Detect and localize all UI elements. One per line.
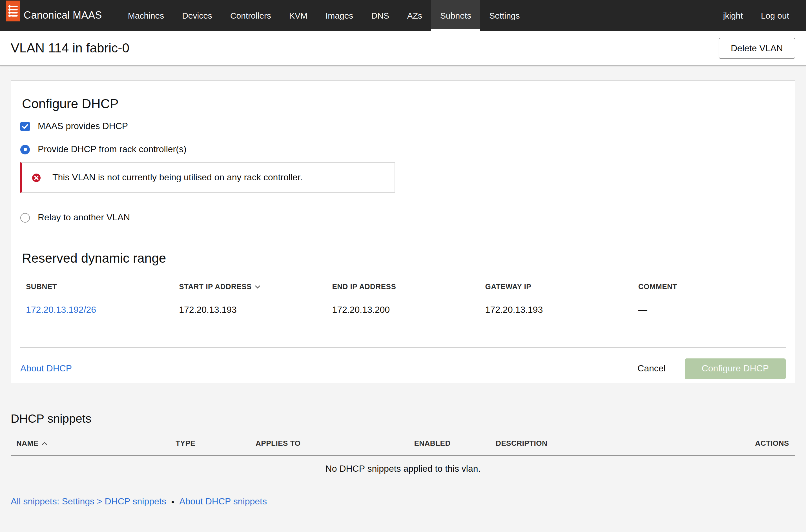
chevron-down-icon	[255, 285, 261, 288]
nav-item-dns[interactable]: DNS	[362, 0, 398, 31]
error-icon	[32, 173, 41, 182]
configure-dhcp-heading: Configure DHCP	[22, 81, 786, 112]
snippets-empty-row: No DHCP snippets applied to this vlan.	[11, 456, 795, 480]
nav-item-settings[interactable]: Settings	[480, 0, 529, 31]
snippets-empty-message: No DHCP snippets applied to this vlan.	[11, 456, 795, 480]
vlan-error-message: This VLAN is not currently being utilise…	[53, 172, 303, 183]
rack-controller-radio[interactable]	[20, 145, 30, 154]
col-type[interactable]: TYPE	[170, 432, 250, 456]
cell-subnet: 172.20.13.192/26	[20, 299, 173, 347]
dhcp-snippets-table: NAME TYPE APPLIES TO ENABLED DESCRIPTION…	[11, 432, 795, 480]
maas-app: Canonical MAAS Machines Devices Controll…	[0, 0, 806, 532]
col-name[interactable]: NAME	[11, 432, 170, 456]
page-title: VLAN 114 in fabric-0	[11, 41, 129, 56]
nav-item-machines[interactable]: Machines	[119, 0, 173, 31]
brand[interactable]: Canonical MAAS	[6, 0, 102, 31]
relay-option-row[interactable]: Relay to another VLAN	[20, 212, 786, 223]
nav-item-azs[interactable]: AZs	[398, 0, 431, 31]
relay-radio[interactable]	[20, 213, 30, 222]
brand-name: Canonical MAAS	[24, 10, 102, 21]
configure-dhcp-card: Configure DHCP MAAS provides DHCP Provid…	[11, 80, 795, 383]
about-dhcp-link[interactable]: About DHCP	[20, 363, 72, 374]
cancel-button[interactable]: Cancel	[634, 363, 669, 374]
chevron-up-icon	[42, 442, 47, 445]
list-glyph	[6, 1, 20, 21]
nav-user-area: jkight Log out	[714, 0, 798, 31]
delete-vlan-button[interactable]: Delete VLAN	[718, 38, 795, 59]
checkmark-icon	[22, 124, 28, 129]
range-table-header-row: SUBNET START IP ADDRESS END IP ADDRESS G…	[20, 275, 786, 299]
nav-user[interactable]: jkight	[714, 0, 752, 31]
cell-start-ip: 172.20.13.193	[173, 299, 326, 347]
bullet-separator: •	[171, 497, 174, 506]
col-applies-to[interactable]: APPLIES TO	[250, 432, 408, 456]
col-subnet[interactable]: SUBNET	[20, 275, 173, 299]
maas-provides-dhcp-checkbox[interactable]	[20, 121, 30, 131]
reserved-range-table: SUBNET START IP ADDRESS END IP ADDRESS G…	[20, 275, 786, 348]
nav-items: Machines Devices Controllers KVM Images …	[119, 0, 529, 31]
maas-logo-icon	[6, 1, 20, 21]
nav-item-subnets[interactable]: Subnets	[431, 0, 480, 31]
cell-gateway-ip: 172.20.13.193	[480, 299, 633, 347]
relay-label: Relay to another VLAN	[38, 212, 130, 223]
subnet-link[interactable]: 172.20.13.192/26	[26, 305, 96, 315]
range-table-row: 172.20.13.192/26 172.20.13.193 172.20.13…	[20, 299, 786, 347]
about-dhcp-snippets-link[interactable]: About DHCP snippets	[179, 496, 267, 507]
maas-provides-dhcp-row[interactable]: MAAS provides DHCP	[20, 121, 786, 131]
col-description[interactable]: DESCRIPTION	[490, 432, 745, 456]
col-comment[interactable]: COMMENT	[633, 275, 786, 299]
col-enabled[interactable]: ENABLED	[408, 432, 490, 456]
nav-item-kvm[interactable]: KVM	[280, 0, 316, 31]
nav-item-controllers[interactable]: Controllers	[221, 0, 280, 31]
dhcp-snippets-heading: DHCP snippets	[11, 412, 795, 426]
col-start-ip[interactable]: START IP ADDRESS	[173, 275, 326, 299]
logout-button[interactable]: Log out	[752, 0, 798, 31]
cell-end-ip: 172.20.13.200	[326, 299, 479, 347]
top-navigation: Canonical MAAS Machines Devices Controll…	[0, 0, 806, 31]
snippets-header-row: NAME TYPE APPLIES TO ENABLED DESCRIPTION…	[11, 432, 795, 456]
col-actions: ACTIONS	[745, 432, 795, 456]
maas-provides-dhcp-label: MAAS provides DHCP	[38, 121, 128, 131]
nav-item-images[interactable]: Images	[316, 0, 362, 31]
dhcp-snippets-section: DHCP snippets NAME TYPE APPLIES TO ENABL…	[11, 412, 795, 507]
rack-controller-option-row[interactable]: Provide DHCP from rack controller(s)	[20, 144, 786, 154]
configure-dhcp-button[interactable]: Configure DHCP	[685, 358, 786, 379]
vlan-error-message-box: This VLAN is not currently being utilise…	[20, 162, 395, 193]
reserved-range-heading: Reserved dynamic range	[22, 250, 786, 266]
col-gateway-ip[interactable]: GATEWAY IP	[480, 275, 633, 299]
nav-item-devices[interactable]: Devices	[173, 0, 221, 31]
rack-controller-label: Provide DHCP from rack controller(s)	[38, 144, 187, 154]
all-snippets-link[interactable]: All snippets: Settings > DHCP snippets	[11, 496, 166, 507]
snippets-links: All snippets: Settings > DHCP snippets •…	[11, 496, 795, 507]
page-header: VLAN 114 in fabric-0 Delete VLAN	[0, 31, 806, 66]
col-end-ip[interactable]: END IP ADDRESS	[326, 275, 479, 299]
cell-comment: —	[633, 299, 786, 347]
card-footer: About DHCP Cancel Configure DHCP	[20, 348, 786, 390]
